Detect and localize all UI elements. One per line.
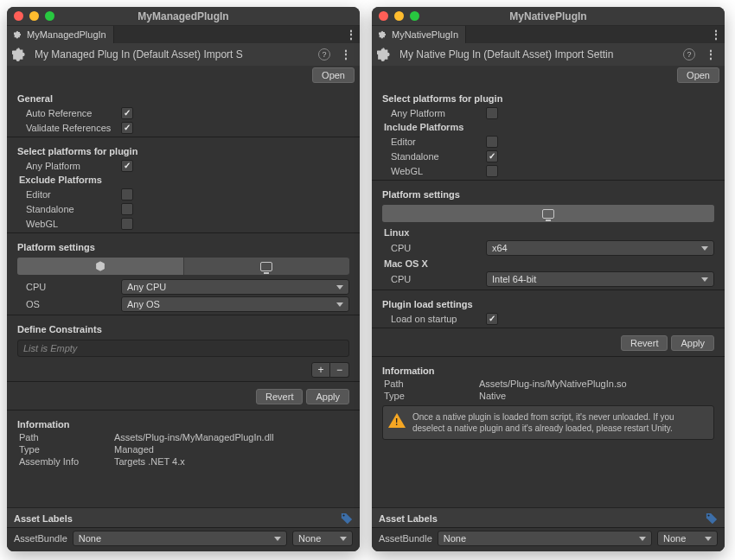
tab-menu-icon[interactable]: ⋮ (707, 28, 725, 41)
revert-button[interactable]: Revert (621, 335, 668, 351)
platform-tab-standalone[interactable] (382, 205, 714, 222)
unity-logo-icon (95, 261, 105, 271)
assetbundle-dropdown[interactable]: None (438, 531, 652, 546)
managed-plugin-window: MyManagedPlugIn MyManagedPlugIn ⋮ My Man… (7, 7, 360, 551)
load-on-startup-label: Load on startup (382, 314, 486, 324)
standalone-checkbox[interactable] (486, 150, 498, 162)
assetbundle-variant-dropdown[interactable]: None (292, 531, 353, 546)
standalone-label: Standalone (382, 151, 486, 162)
platform-settings-header: Platform settings (379, 184, 718, 201)
info-type-value: Native (479, 391, 713, 401)
titlebar[interactable]: MyNativePlugIn (372, 7, 725, 26)
warning-box: Once a native plugin is loaded from scri… (382, 405, 714, 440)
context-menu-icon[interactable]: ⋮ (702, 48, 719, 61)
macosx-header: Mac OS X (379, 257, 718, 270)
svg-point-0 (342, 514, 344, 516)
any-platform-label: Any Platform (382, 108, 486, 118)
apply-button[interactable]: Apply (671, 335, 714, 351)
tag-icon[interactable] (706, 512, 718, 525)
remove-constraint-button[interactable]: − (330, 362, 349, 378)
window-title: MyManagedPlugIn (7, 10, 360, 22)
close-icon[interactable] (14, 11, 23, 21)
mac-cpu-label: CPU (382, 274, 486, 284)
native-plugin-window: MyNativePlugIn MyNativePlugIn ⋮ My Nativ… (372, 7, 725, 551)
puzzle-icon (379, 30, 387, 39)
revert-button[interactable]: Revert (256, 389, 303, 404)
minimize-icon[interactable] (29, 11, 39, 21)
tag-icon[interactable] (341, 512, 353, 525)
tab-menu-icon[interactable]: ⋮ (342, 28, 360, 41)
webgl-label: WebGL (17, 219, 121, 229)
help-icon[interactable]: ? (318, 48, 330, 60)
monitor-icon (542, 209, 554, 219)
constraints-list[interactable]: List is Empty (17, 340, 349, 357)
puzzle-icon (12, 47, 28, 62)
validate-references-checkbox[interactable] (121, 122, 133, 134)
tab-bar: MyManagedPlugIn ⋮ (7, 26, 360, 43)
apply-button[interactable]: Apply (306, 389, 349, 404)
linux-cpu-dropdown[interactable]: x64 (486, 240, 714, 256)
tab-mymanagedplugin[interactable]: MyManagedPlugIn (7, 26, 114, 43)
select-platforms-header: Select platforms for plugin (379, 88, 718, 105)
auto-reference-checkbox[interactable] (121, 107, 133, 119)
exclude-platforms-label: Exclude Platforms (14, 173, 353, 187)
inspector-header: My Managed Plug In (Default Asset) Impor… (7, 43, 360, 66)
open-button[interactable]: Open (312, 67, 355, 83)
help-icon[interactable]: ? (683, 48, 695, 60)
any-platform-checkbox[interactable] (121, 160, 133, 172)
tab-label: MyNativePlugIn (392, 29, 458, 40)
minimize-icon[interactable] (394, 11, 404, 21)
titlebar[interactable]: MyManagedPlugIn (7, 7, 360, 26)
open-button[interactable]: Open (677, 67, 719, 83)
webgl-checkbox[interactable] (486, 165, 498, 177)
info-type-value: Managed (114, 444, 348, 455)
asset-labels-header: Asset Labels (379, 513, 438, 524)
cpu-dropdown[interactable]: Any CPU (121, 279, 349, 295)
close-icon[interactable] (379, 11, 388, 21)
asset-title: My Managed Plug In (Default Asset) Impor… (35, 48, 311, 60)
monitor-icon (260, 262, 272, 271)
add-constraint-button[interactable]: + (311, 362, 330, 378)
tab-bar: MyNativePlugIn ⋮ (372, 26, 725, 43)
general-header: General (14, 88, 353, 105)
info-path-label: Path (19, 432, 114, 442)
info-type-label: Type (384, 391, 479, 401)
standalone-label: Standalone (17, 204, 121, 214)
auto-reference-label: Auto Reference (17, 108, 121, 118)
mac-cpu-dropdown[interactable]: Intel 64-bit (486, 271, 714, 287)
select-platforms-header: Select platforms for plugin (14, 141, 353, 158)
platform-tabs (17, 258, 349, 275)
info-assembly-value: Targets .NET 4.x (114, 456, 348, 467)
assetbundle-variant-dropdown[interactable]: None (657, 531, 718, 546)
zoom-icon[interactable] (410, 11, 419, 21)
editor-label: Editor (17, 189, 121, 200)
load-on-startup-checkbox[interactable] (486, 313, 498, 325)
validate-references-label: Validate References (17, 123, 121, 133)
editor-checkbox[interactable] (121, 188, 133, 200)
assetbundle-dropdown[interactable]: None (73, 531, 287, 546)
info-path-label: Path (384, 379, 479, 389)
info-path-value: Assets/Plug-ins/MyManagedPlugIn.dll (114, 432, 348, 442)
context-menu-icon[interactable]: ⋮ (337, 48, 355, 61)
editor-checkbox[interactable] (486, 136, 498, 148)
info-type-label: Type (19, 444, 114, 455)
define-constraints-header: Define Constraints (14, 319, 353, 336)
tab-label: MyManagedPlugIn (27, 29, 106, 40)
cpu-label: CPU (17, 282, 121, 292)
info-assembly-label: Assembly Info (19, 456, 114, 467)
zoom-icon[interactable] (45, 11, 54, 21)
webgl-label: WebGL (382, 166, 486, 176)
warning-icon (388, 413, 406, 428)
any-platform-label: Any Platform (17, 161, 121, 171)
tab-mynativeplugin[interactable]: MyNativePlugIn (372, 26, 466, 43)
os-dropdown[interactable]: Any OS (121, 296, 349, 312)
platform-tabs (382, 205, 714, 222)
any-platform-checkbox[interactable] (486, 107, 498, 119)
platform-tab-editor[interactable] (17, 258, 183, 275)
inspector-header: My Native Plug In (Default Asset) Import… (372, 43, 725, 66)
plugin-load-settings-header: Plugin load settings (379, 294, 718, 311)
standalone-checkbox[interactable] (121, 203, 133, 215)
puzzle-icon (14, 30, 22, 39)
platform-tab-standalone[interactable] (183, 258, 350, 275)
webgl-checkbox[interactable] (121, 218, 133, 230)
